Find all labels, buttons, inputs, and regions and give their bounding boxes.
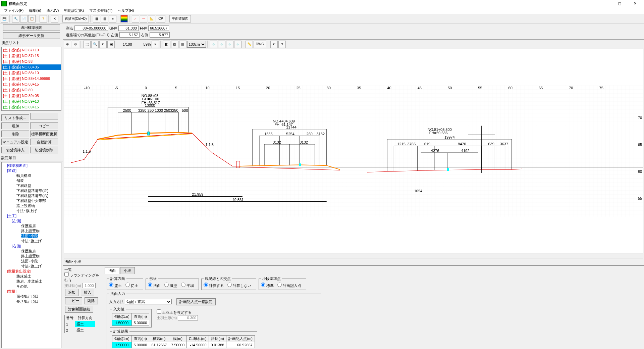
snap-icon-3[interactable]: ⊹	[226, 41, 233, 48]
menu-view[interactable]: 表示(V)	[44, 7, 62, 14]
radio-std[interactable]: 標準	[261, 284, 274, 288]
station-row[interactable]: [土｜盛:盛] NO.90	[2, 110, 61, 111]
measure-icon[interactable]: 📏	[246, 41, 253, 48]
station-row[interactable]: [土｜盛:盛] NO.88+10	[2, 70, 61, 76]
minimize-button[interactable]: —	[596, 0, 612, 7]
radio-slope[interactable]: 法面	[148, 284, 161, 288]
slope-list-table[interactable]: 番号計算方向 1盛土 2盛土	[64, 315, 95, 333]
maximize-button[interactable]: ▢	[612, 0, 627, 7]
snap-icon-4[interactable]: ⊹	[234, 41, 241, 48]
help-icon[interactable]: ?	[40, 15, 47, 22]
tab-step[interactable]: 小段	[120, 267, 135, 274]
tree-node[interactable]: 寸法･旗上げ	[21, 239, 42, 243]
tree-node[interactable]: 幅員構成	[16, 173, 31, 178]
tool-icon-2[interactable]: 📄	[20, 15, 28, 22]
zoom-in-icon[interactable]: ⊕	[64, 41, 71, 48]
station-row[interactable]: [土｜盛:盛] NO.89+10	[2, 99, 61, 104]
tree-node[interactable]: 下層路盤中央帯部	[16, 199, 46, 203]
close-button[interactable]: ✕	[627, 0, 643, 7]
grid-toggle-icon[interactable]: ▦	[179, 41, 186, 48]
tree-node[interactable]: 保護路肩	[21, 224, 36, 228]
delete-button[interactable]: 削除	[1, 131, 29, 137]
radio-calc-yes[interactable]: 計算する	[204, 284, 224, 288]
std-update-button[interactable]: 標準横断面更新	[30, 131, 58, 137]
cut-insert-button[interactable]: 切盛境挿入	[1, 147, 29, 153]
input-method-select[interactable]: 勾配＋直高	[125, 299, 172, 304]
view-icon-3[interactable]: ≡	[109, 15, 116, 22]
copy-button[interactable]: コピー	[30, 122, 58, 129]
zoom-dropdown-icon[interactable]: ▾	[152, 41, 159, 48]
station-row[interactable]: [土｜盛:盛] NO.89+05	[2, 93, 61, 99]
radio-flat[interactable]: 平場	[181, 284, 194, 288]
view-icon-2[interactable]: ▤	[101, 15, 108, 22]
bp-copy-button[interactable]: コピー	[65, 297, 82, 304]
tree-node[interactable]: [道路]	[7, 168, 16, 172]
layer-icon-2[interactable]: ▨	[171, 41, 178, 48]
tree-node[interactable]: 寸法･旗上げ	[16, 209, 37, 213]
tree-node[interactable]: 路肩、歩道盛土	[16, 279, 42, 283]
bp-insert-button[interactable]: 挿入	[81, 289, 94, 296]
station-row[interactable]: [土｜盛:盛] NO.87+10	[2, 47, 61, 53]
tree-node[interactable]: 路床盛土	[16, 274, 31, 278]
line-icon-3[interactable]: 📐	[148, 15, 155, 22]
menu-edit[interactable]: 編集(E)	[26, 7, 44, 14]
radio-plan[interactable]: 計画記入点	[277, 284, 301, 288]
tree-node[interactable]: その他	[16, 284, 28, 288]
tool-icon-1[interactable]: 🔧	[12, 15, 19, 22]
grade-input[interactable]: 1.50000	[112, 320, 132, 326]
update-alignment-button[interactable]: 線形データ更新	[3, 32, 60, 39]
batch-button[interactable]: 計画記入点一括設定	[176, 298, 216, 305]
radio-fill[interactable]: 盛土	[109, 284, 122, 288]
tree-node[interactable]: 路上設置物	[21, 254, 40, 258]
station-row[interactable]: [土｜盛:盛] NO.89+15	[2, 104, 61, 110]
tree-node[interactable]: 路上設置物	[16, 204, 35, 208]
station-row[interactable]: [土｜盛:盛] NO.87+15	[2, 53, 61, 59]
tree-node[interactable]: [数量算出設定]	[7, 269, 31, 273]
line-icon-2[interactable]: 〰	[140, 15, 147, 22]
zoom-out-icon[interactable]: ⊖	[72, 41, 79, 48]
station-row[interactable]: [土｜盛:盛] NO.88	[2, 59, 61, 64]
settings-tree[interactable]: [標準横断面][道路]幅員構成舗装下層路盤下層路盤路肩部(左)下層路盤路肩部(右…	[1, 162, 61, 348]
zoom-fit-icon[interactable]: 🔍	[91, 41, 99, 48]
tree-node[interactable]: 法面･小段	[21, 234, 38, 238]
bp-delete-button[interactable]: 削除	[85, 297, 98, 304]
zoom-all-icon[interactable]: ▣	[107, 41, 115, 48]
tree-node[interactable]: 下層路盤路肩部(右)	[16, 194, 48, 198]
station-list[interactable]: [土｜盛:盛] NO.87+10[土｜盛:盛] NO.87+15[土｜盛:盛] …	[1, 47, 61, 111]
bp-add-button[interactable]: 追加	[65, 289, 78, 296]
tool-icon-3[interactable]: 📋	[28, 15, 36, 22]
redo-icon[interactable]: ↷	[278, 41, 286, 48]
cp-button[interactable]: CP	[156, 15, 165, 22]
menu-init[interactable]: 初期設定(K)	[61, 7, 87, 14]
color-icon[interactable]	[120, 15, 128, 22]
menu-file[interactable]: ファイル(F)	[1, 7, 26, 14]
plan-view-button[interactable]: 平面確認図	[169, 15, 191, 22]
dwg-button[interactable]: DWG	[254, 41, 266, 48]
menu-help[interactable]: ヘルプ(H)	[115, 7, 137, 14]
tree-node[interactable]: 寸法･旗上げ	[21, 264, 42, 268]
cut-delete-button[interactable]: 切盛境削除	[30, 147, 58, 153]
manual-button[interactable]: マニュアル設定	[1, 139, 29, 145]
station-row[interactable]: [土｜盛:盛] NO.88+14.99999	[2, 76, 61, 82]
menu-master[interactable]: マスタ登録(T)	[87, 7, 115, 14]
drawing-canvas[interactable]: -10-5051015202530354045505560657075 7065…	[64, 49, 643, 253]
tree-node[interactable]: 法面･小段	[21, 259, 38, 263]
rounding-checkbox[interactable]: ラウンディングを行う	[64, 273, 99, 282]
tree-node[interactable]: 舗装	[16, 179, 24, 183]
apply-standard-button[interactable]: 適用標準横断	[3, 24, 60, 31]
tree-node[interactable]: 下層路盤	[16, 184, 31, 188]
list-edit-button[interactable]	[30, 113, 58, 119]
zoom-prev-icon[interactable]: ↶	[99, 41, 107, 48]
grid-size-select[interactable]: 100cm	[187, 41, 206, 48]
tree-node[interactable]: 路上設置物	[21, 229, 40, 233]
undo-icon[interactable]: ↶	[270, 41, 278, 48]
tree-node[interactable]: [標準横断面]	[7, 163, 28, 167]
tree-node[interactable]: 長さ集計項目	[16, 299, 39, 303]
zoom-window-icon[interactable]: ⬚	[83, 41, 91, 48]
height-input[interactable]: 5.00000	[131, 320, 149, 326]
radio-cut[interactable]: 切土	[125, 284, 138, 288]
close-icon[interactable]: ✕	[51, 15, 58, 22]
auto-calc-button[interactable]: 自動計算	[30, 139, 58, 145]
tab-slope[interactable]: 法面	[105, 267, 119, 274]
tree-node[interactable]: 下層路盤路肩部(左)	[16, 189, 48, 193]
